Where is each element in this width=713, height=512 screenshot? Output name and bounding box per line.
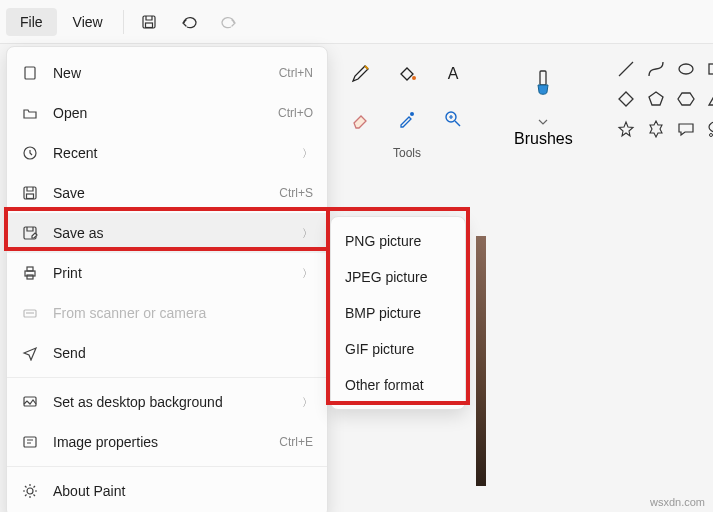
oval-icon (677, 60, 695, 78)
text-tool[interactable]: A (432, 52, 474, 94)
menu-item-save[interactable]: Save Ctrl+S (7, 173, 327, 213)
curve-icon (647, 60, 665, 78)
menu-item-label: Open (53, 105, 264, 121)
scanner-icon (21, 304, 39, 322)
ribbon-tools-row: A Tools Brushes (330, 52, 707, 176)
svg-point-2 (412, 76, 416, 80)
shape-triangle[interactable] (703, 86, 713, 112)
menu-file[interactable]: File (6, 8, 57, 36)
svg-point-10 (709, 134, 712, 137)
tools-section: A Tools (330, 52, 484, 176)
submenu-item-gif[interactable]: GIF picture (331, 331, 465, 367)
menu-item-label: Image properties (53, 434, 265, 450)
menu-item-properties[interactable]: Image properties Ctrl+E (7, 422, 327, 462)
canvas-preview (476, 236, 486, 486)
shape-hexagon[interactable] (673, 86, 699, 112)
menu-item-label: Save as (53, 225, 288, 241)
shape-line[interactable] (613, 56, 639, 82)
line-icon (617, 60, 635, 78)
shape-diamond[interactable] (613, 86, 639, 112)
brushes-section: Brushes (496, 52, 591, 176)
save-icon (141, 14, 157, 30)
chevron-down-icon (538, 119, 548, 125)
pentagon-icon (647, 90, 665, 108)
chevron-right-icon: 〉 (302, 266, 313, 281)
menu-item-new[interactable]: New Ctrl+N (7, 53, 327, 93)
svg-point-9 (709, 122, 713, 132)
chevron-right-icon: 〉 (302, 395, 313, 410)
svg-rect-21 (24, 437, 36, 447)
clock-icon (21, 144, 39, 162)
eraser-tool[interactable] (340, 98, 382, 140)
shape-thought[interactable] (703, 116, 713, 142)
shape-speech[interactable] (673, 116, 699, 142)
menu-separator (7, 466, 327, 467)
shape-curve[interactable] (643, 56, 669, 82)
print-icon (21, 264, 39, 282)
menu-item-label: Send (53, 345, 313, 361)
star-icon (617, 120, 635, 138)
zoom-tool[interactable] (432, 98, 474, 140)
shape-star[interactable] (613, 116, 639, 142)
svg-rect-11 (25, 67, 35, 79)
undo-icon (180, 14, 198, 30)
svg-rect-0 (143, 16, 155, 28)
svg-point-22 (27, 488, 33, 494)
menu-item-accel: Ctrl+E (279, 435, 313, 449)
submenu-item-jpeg[interactable]: JPEG picture (331, 259, 465, 295)
eyedropper-icon (396, 108, 418, 130)
undo-button[interactable] (170, 6, 208, 38)
send-icon (21, 344, 39, 362)
redo-button[interactable] (210, 6, 248, 38)
menu-item-accel: Ctrl+S (279, 186, 313, 200)
svg-point-4 (410, 112, 414, 116)
menu-item-label: Print (53, 265, 288, 281)
brushes-label: Brushes (514, 130, 573, 148)
menu-item-about[interactable]: About Paint (7, 471, 327, 511)
chevron-right-icon: 〉 (302, 226, 313, 241)
properties-icon (21, 433, 39, 451)
menu-item-label: About Paint (53, 483, 313, 499)
submenu-item-bmp[interactable]: BMP picture (331, 295, 465, 331)
svg-rect-8 (709, 64, 713, 74)
menu-item-recent[interactable]: Recent 〉 (7, 133, 327, 173)
fill-tool[interactable] (386, 52, 428, 94)
thought-icon (707, 120, 713, 138)
eraser-icon (350, 108, 372, 130)
shape-pentagon[interactable] (643, 86, 669, 112)
speech-icon (677, 120, 695, 138)
menu-item-label: Recent (53, 145, 288, 161)
tools-label: Tools (393, 146, 421, 160)
menu-view[interactable]: View (59, 8, 117, 36)
shape-rect[interactable] (703, 56, 713, 82)
bucket-icon (396, 62, 418, 84)
menu-item-save-as[interactable]: Save as 〉 (7, 213, 327, 253)
menu-item-label: From scanner or camera (53, 305, 313, 321)
submenu-item-png[interactable]: PNG picture (331, 223, 465, 259)
menu-item-open[interactable]: Open Ctrl+O (7, 93, 327, 133)
rect-icon (707, 60, 713, 78)
quick-save-button[interactable] (130, 6, 168, 38)
shape-star6[interactable] (643, 116, 669, 142)
submenu-item-other[interactable]: Other format (331, 367, 465, 403)
menubar: File View (0, 0, 713, 44)
menu-item-wallpaper[interactable]: Set as desktop background 〉 (7, 382, 327, 422)
brush-icon (530, 69, 556, 103)
svg-rect-13 (24, 187, 36, 199)
save-as-icon (21, 224, 39, 242)
svg-rect-17 (27, 267, 33, 271)
menu-item-send[interactable]: Send (7, 333, 327, 373)
pencil-tool[interactable] (340, 52, 382, 94)
menu-item-scanner: From scanner or camera (7, 293, 327, 333)
wallpaper-icon (21, 393, 39, 411)
menu-item-accel: Ctrl+O (278, 106, 313, 120)
menu-item-print[interactable]: Print 〉 (7, 253, 327, 293)
menubar-separator (123, 10, 124, 34)
svg-rect-6 (540, 71, 546, 85)
brush-dropdown[interactable] (524, 114, 562, 130)
picker-tool[interactable] (386, 98, 428, 140)
brush-button[interactable] (524, 58, 562, 114)
save-icon (21, 184, 39, 202)
shape-oval[interactable] (673, 56, 699, 82)
redo-icon (220, 14, 238, 30)
